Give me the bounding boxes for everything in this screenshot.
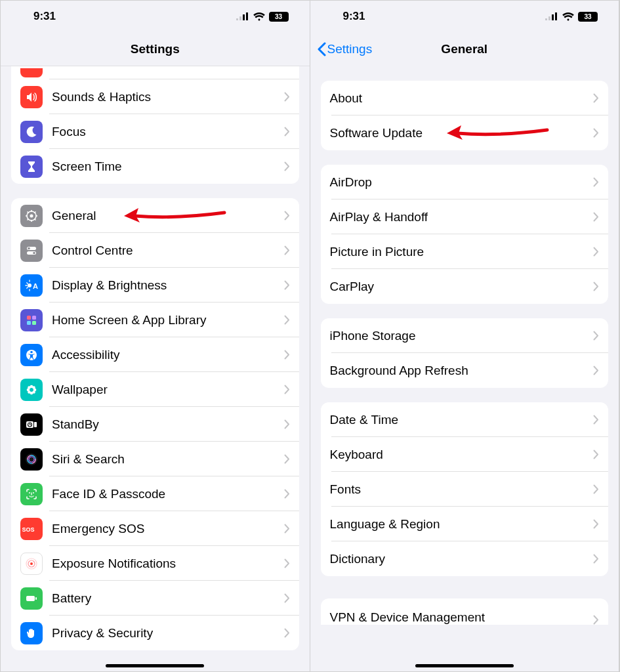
back-button[interactable]: Settings (317, 42, 373, 56)
row-label: Picture in Picture (330, 245, 594, 259)
chevron-right-icon (284, 419, 290, 429)
svg-line-13 (34, 211, 35, 213)
row-dictionary[interactable]: Dictionary (321, 541, 609, 576)
row-general[interactable]: General (11, 198, 299, 233)
settings-group: GeneralControl CentreADisplay & Brightne… (11, 198, 299, 650)
row-vpn-device-management[interactable]: VPN & Device Management (321, 598, 609, 625)
row-sounds-haptics[interactable]: Sounds & Haptics (11, 79, 299, 114)
row-picture-in-picture[interactable]: Picture in Picture (321, 234, 609, 269)
svg-rect-2 (243, 14, 245, 20)
svg-line-22 (27, 282, 28, 283)
row-label: Language & Region (330, 517, 594, 532)
svg-rect-56 (26, 596, 35, 601)
row-label: General (52, 209, 284, 223)
chevron-right-icon (593, 615, 599, 625)
settings-group: AboutSoftware Update (321, 81, 609, 150)
row-emergency-sos[interactable]: SOSEmergency SOS (11, 511, 299, 546)
row-face-id-passcode[interactable]: Face ID & Passcode (11, 476, 299, 511)
row-privacy-security[interactable]: Privacy & Security (11, 616, 299, 650)
chevron-right-icon (284, 558, 290, 568)
row-label: iPhone Storage (330, 329, 594, 343)
home-indicator[interactable] (106, 664, 204, 667)
chevron-right-icon (593, 93, 599, 103)
general-list[interactable]: AboutSoftware UpdateAirDropAirPlay & Han… (310, 66, 619, 671)
home-indicator[interactable] (415, 664, 514, 667)
row-label: Exposure Notifications (52, 556, 284, 571)
row-wallpaper[interactable]: Wallpaper (11, 372, 299, 407)
wifi-icon (253, 12, 265, 21)
row-about[interactable]: About (321, 81, 609, 116)
row-display-brightness[interactable]: ADisplay & Brightness (11, 268, 299, 303)
chevron-right-icon (284, 92, 290, 102)
row-control-centre[interactable]: Control Centre (11, 233, 299, 268)
chevron-right-icon (284, 127, 290, 136)
row-focus[interactable]: Focus (11, 114, 299, 149)
row-airdrop[interactable]: AirDrop (321, 165, 609, 200)
row-label: VPN & Device Management (330, 610, 594, 625)
row-siri-search[interactable]: Siri & Search (11, 442, 299, 476)
svg-line-11 (34, 219, 35, 220)
row-keyboard[interactable]: Keyboard (321, 437, 609, 472)
chevron-right-icon (593, 331, 599, 341)
svg-point-17 (33, 251, 35, 254)
row-screen-time[interactable]: Screen Time (11, 149, 299, 184)
row-iphone-storage[interactable]: iPhone Storage (321, 318, 609, 353)
row-software-update[interactable]: Software Update (321, 116, 609, 150)
row-fonts[interactable]: Fonts (321, 472, 609, 507)
svg-line-12 (28, 219, 29, 220)
row-label: AirPlay & Handoff (330, 210, 594, 224)
chevron-right-icon (593, 484, 599, 494)
row-battery[interactable]: Battery (11, 581, 299, 616)
row-label: Battery (52, 591, 284, 606)
battery-icon (20, 587, 43, 610)
chevron-right-icon (284, 350, 290, 360)
chevron-right-icon (593, 519, 599, 529)
row-language-region[interactable]: Language & Region (321, 507, 609, 541)
svg-rect-61 (555, 12, 557, 20)
svg-point-35 (28, 386, 31, 389)
chevron-right-icon (593, 450, 599, 459)
settings-group: VPN & Device Management (321, 598, 609, 625)
row-label: Emergency SOS (52, 522, 284, 536)
chevron-right-icon (593, 554, 599, 564)
row-label: Accessibility (52, 348, 284, 362)
sos-icon: SOS (20, 518, 43, 540)
row-carplay[interactable]: CarPlay (321, 269, 609, 304)
svg-rect-58 (545, 18, 547, 20)
chevron-right-icon (593, 282, 599, 291)
svg-rect-3 (246, 12, 248, 20)
row-airplay-handoff[interactable]: AirPlay & Handoff (321, 200, 609, 234)
row-exposure-notifications[interactable]: Exposure Notifications (11, 546, 299, 581)
row-label: Siri & Search (52, 452, 284, 467)
grid-icon (20, 309, 43, 331)
row-standby[interactable]: StandBy (11, 407, 299, 442)
hourglass-icon (20, 156, 43, 178)
svg-rect-26 (32, 316, 36, 320)
exposure-icon (20, 553, 43, 575)
settings-list[interactable]: Sounds & HapticsFocusScreen TimeGeneralC… (1, 66, 310, 671)
general-screen: 9:31 33 Settings General AboutSoftware U… (310, 1, 620, 671)
row-label: Keyboard (330, 448, 594, 462)
chevron-right-icon (284, 315, 290, 325)
chevron-left-icon (317, 42, 326, 56)
row-partial (11, 66, 299, 79)
svg-rect-25 (27, 316, 31, 320)
row-label: Sounds & Haptics (52, 90, 284, 104)
row-accessibility[interactable]: Accessibility (11, 337, 299, 372)
status-time: 9:31 (33, 10, 56, 23)
chevron-right-icon (593, 247, 599, 257)
row-home-screen-app-library[interactable]: Home Screen & App Library (11, 303, 299, 337)
gear-icon (20, 205, 43, 227)
row-label: Face ID & Passcode (52, 487, 284, 501)
row-date-time[interactable]: Date & Time (321, 402, 609, 437)
battery-icon: 33 (578, 12, 598, 22)
notifications-icon (20, 68, 43, 77)
chevron-right-icon (284, 489, 290, 499)
svg-rect-60 (552, 14, 554, 20)
svg-point-30 (30, 350, 33, 353)
svg-point-18 (28, 284, 31, 287)
row-label: Privacy & Security (52, 626, 284, 640)
row-background-app-refresh[interactable]: Background App Refresh (321, 353, 609, 388)
wifi-icon (562, 12, 574, 21)
moon-icon (20, 121, 43, 143)
